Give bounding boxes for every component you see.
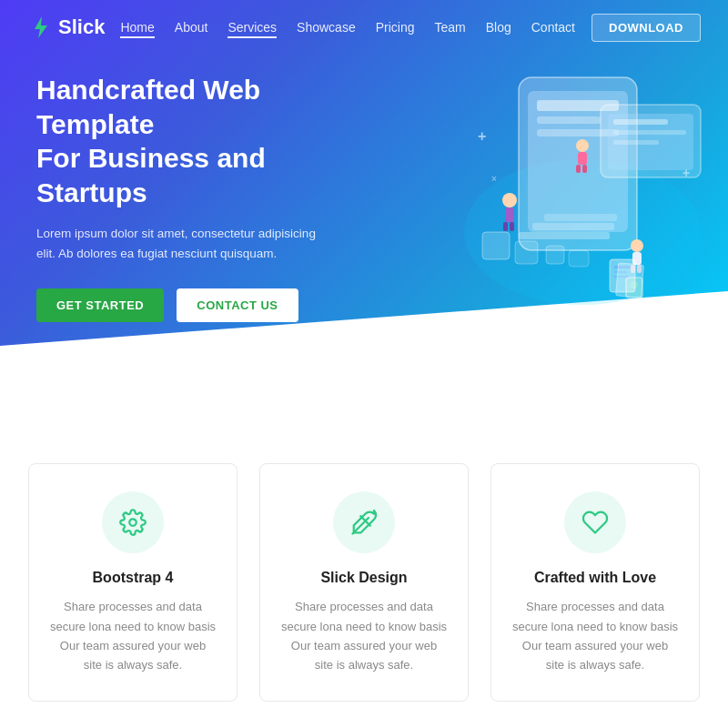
svg-rect-11 [613,140,659,145]
nav-contact[interactable]: Contact [531,19,575,35]
hero-buttons: GET STARTED CONTACT US [36,288,364,322]
nav-services[interactable]: Services [228,19,277,35]
hero-title: Handcrafted Web TemplateFor Business and… [36,73,364,209]
feature-desc-design: Share processes and data secure lona nee… [280,597,448,675]
nav-team[interactable]: Team [434,19,465,35]
svg-text:+: + [478,128,486,144]
svg-rect-5 [537,116,601,124]
hero-illustration: + + × [400,46,710,337]
feature-card-love: Crafted with Love Share processes and da… [490,463,700,702]
feature-title-bootstrap: Bootstrap 4 [49,570,217,586]
nav-blog[interactable]: Blog [486,19,511,35]
svg-rect-17 [505,207,514,222]
svg-rect-21 [578,152,587,165]
feature-title-love: Crafted with Love [511,570,679,586]
svg-rect-10 [613,130,686,135]
svg-rect-19 [510,222,514,231]
svg-point-20 [576,139,589,152]
illustration-svg: + + × [400,46,710,337]
feature-icon-bootstrap-wrap [102,491,164,553]
features-section: Bootstrap 4 Share processes and data sec… [0,437,728,728]
logo-text: Slick [58,15,105,39]
svg-text:×: × [491,174,497,184]
feature-card-bootstrap: Bootstrap 4 Share processes and data sec… [28,463,238,702]
hero-section: Handcrafted Web TemplateFor Business and… [0,0,728,382]
nav-pricing[interactable]: Pricing [376,19,415,35]
nav-showcase[interactable]: Showcase [297,19,356,35]
svg-rect-15 [569,250,589,267]
svg-rect-40 [615,263,643,298]
svg-text:+: + [682,166,690,180]
nav-home[interactable]: Home [120,19,154,35]
svg-rect-14 [546,246,564,264]
svg-marker-0 [35,16,47,38]
svg-rect-9 [613,119,668,125]
logo-icon [27,15,53,40]
svg-point-24 [631,239,643,252]
feature-title-design: Slick Design [280,570,448,586]
feature-card-design: Slick Design Share processes and data se… [259,463,469,702]
nav-links: Home About Services Showcase Pricing Tea… [120,19,575,35]
svg-rect-31 [532,223,614,230]
svg-rect-30 [519,232,610,239]
logo-area: Slick [27,15,105,40]
hero-description: Lorem ipsum dolor sit amet, consectetur … [36,224,328,263]
svg-rect-18 [503,222,508,231]
svg-point-16 [502,193,517,207]
nav-about[interactable]: About [175,19,208,35]
svg-line-42 [353,518,369,534]
svg-point-41 [129,519,136,526]
svg-rect-13 [515,241,538,264]
get-started-button[interactable]: GET STARTED [36,288,164,322]
download-button[interactable]: DOWNLOAD [592,14,701,42]
gear-icon [119,509,147,536]
hero-content: Handcrafted Web TemplateFor Business and… [36,73,364,322]
svg-rect-22 [576,165,581,173]
contact-us-button[interactable]: CONTACT US [177,288,298,322]
svg-rect-32 [544,214,617,221]
feature-icon-design-wrap [333,491,395,553]
feature-icon-love-wrap [564,491,626,553]
heart-icon [581,509,609,536]
navbar: Slick Home About Services Showcase Prici… [0,0,728,55]
feature-desc-love: Share processes and data secure lona nee… [511,597,679,675]
brush-icon [350,509,378,536]
svg-rect-12 [482,232,510,259]
svg-rect-23 [582,165,587,173]
feature-desc-bootstrap: Share processes and data secure lona nee… [49,597,217,675]
